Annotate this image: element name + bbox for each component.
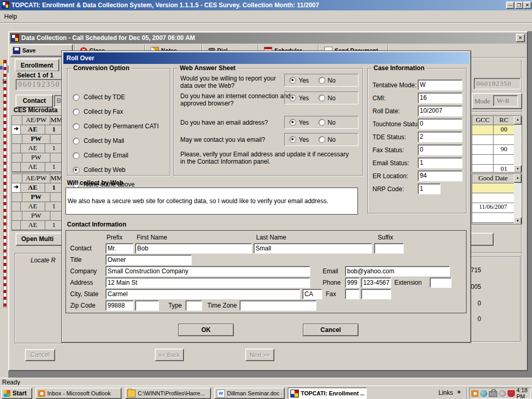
- case-id-field-right[interactable]: 060192350: [474, 78, 521, 89]
- tde-status-field[interactable]: 2: [418, 131, 462, 142]
- state-combo[interactable]: CA: [302, 289, 322, 299]
- table-row[interactable]: PW: [12, 211, 63, 221]
- partial-button-fragment[interactable]: [468, 233, 494, 246]
- radio-collect-by-web[interactable]: Collect by Web: [73, 166, 125, 174]
- radio-collect-by-permanent-cati[interactable]: Collect by Permanent CATI: [73, 123, 159, 130]
- fax-area-field[interactable]: [345, 289, 360, 299]
- tray-volume-icon[interactable]: [499, 390, 506, 397]
- first-name-field[interactable]: Bob: [135, 243, 252, 254]
- chevron-icon[interactable]: »: [457, 388, 461, 395]
- start-button[interactable]: Start: [1, 388, 32, 399]
- radio-yes[interactable]: [289, 119, 296, 126]
- background-letter: S: [2, 78, 6, 85]
- radio-no[interactable]: [318, 119, 325, 126]
- radio-no[interactable]: [318, 77, 325, 84]
- fax-status-field[interactable]: 0: [418, 144, 462, 155]
- tray-lock-icon[interactable]: [489, 391, 497, 397]
- scroll-down-button[interactable]: ▼: [514, 165, 522, 172]
- close-button[interactable]: ✕: [523, 2, 531, 9]
- taskbar-task-folder[interactable]: C:\WINNT\Profiles\Harre...: [125, 388, 211, 399]
- ces-grid-1[interactable]: AE/PW MM ➔ AE 1 PW AE 1 PW AE 1: [11, 115, 63, 172]
- links-toolbar[interactable]: Links: [438, 389, 453, 396]
- scrollbar-track[interactable]: [514, 125, 522, 165]
- dc-close-button[interactable]: ✕: [516, 34, 525, 42]
- good-date-grid[interactable]: Good Date 11/06/2007 ▲ ▼: [472, 174, 522, 224]
- zip-field[interactable]: 99888: [105, 300, 134, 311]
- open-multi-button[interactable]: Open Multi: [16, 233, 63, 246]
- company-field[interactable]: Small Construction Company: [105, 266, 310, 276]
- table-row[interactable]: AE 1: [12, 144, 63, 153]
- phone-number-field[interactable]: 123-4567: [361, 277, 391, 288]
- table-row[interactable]: AE 1: [12, 221, 63, 230]
- scroll-up-button[interactable]: ▲: [514, 174, 522, 183]
- radio-icon[interactable]: [73, 167, 79, 174]
- address-field[interactable]: 12 Main St: [105, 277, 310, 288]
- nrp-code-combo[interactable]: 1: [418, 183, 441, 194]
- table-row[interactable]: PW: [12, 135, 63, 144]
- prefix-field[interactable]: Mr.: [105, 243, 134, 254]
- city-combo[interactable]: Carmel: [105, 289, 300, 299]
- radio-icon[interactable]: [73, 123, 79, 130]
- tentative-mode-field[interactable]: W: [418, 79, 462, 90]
- table-row[interactable]: AE 1: [12, 202, 63, 211]
- touchtone-status-field[interactable]: 0: [418, 118, 462, 129]
- er-location-field[interactable]: 94: [418, 170, 462, 181]
- last-name-field[interactable]: Small: [254, 243, 372, 254]
- fax-number-field[interactable]: [361, 289, 391, 299]
- dc-titlebar: Data Collection - Call Scheduled for Dec…: [10, 33, 526, 44]
- contact-button[interactable]: Contact: [16, 95, 53, 108]
- title-field[interactable]: Owner: [105, 255, 192, 265]
- tray-clock-time[interactable]: 4:18 PM: [516, 387, 530, 399]
- suffix-field[interactable]: [374, 243, 404, 254]
- yes-no-group: Yes No: [284, 133, 358, 146]
- taskbar-task-word[interactable]: Dillman Seminar.doc - Mic...: [214, 388, 285, 399]
- radio-icon[interactable]: [73, 94, 79, 101]
- table-row[interactable]: ➔ AE 1: [12, 125, 63, 135]
- scroll-up-button[interactable]: ▲: [514, 116, 522, 125]
- ok-button[interactable]: OK: [178, 324, 234, 336]
- type-combo[interactable]: [185, 300, 202, 311]
- dialog-cancel-button[interactable]: Cancel: [303, 324, 358, 336]
- radio-icon[interactable]: [73, 109, 79, 115]
- tab-enrollment[interactable]: Enrollment: [15, 59, 59, 71]
- table-row[interactable]: AE 1: [12, 163, 63, 172]
- scroll-down-button[interactable]: ▼: [514, 217, 522, 224]
- ces-grid-2[interactable]: AE/PW MM ➔ AE 1 PW AE 1 PW AE 1: [11, 174, 63, 231]
- gcc-rc-grid[interactable]: GCC RC 00 90 01 ▲ ▼: [472, 115, 522, 172]
- tray-network-icon[interactable]: [480, 390, 487, 397]
- radio-yes[interactable]: [289, 77, 296, 84]
- taskbar-task-topcati[interactable]: TOPCATI: Enrollment ...: [288, 388, 367, 399]
- radio-icon[interactable]: [73, 152, 79, 159]
- cmi-field[interactable]: 16: [418, 92, 462, 103]
- radio-yes[interactable]: [289, 95, 296, 101]
- scrollbar-track[interactable]: [514, 183, 522, 217]
- radio-collect-by-fax[interactable]: Collect by Fax: [73, 108, 123, 115]
- radio-collect-by-tde[interactable]: Collect by TDE: [73, 94, 125, 101]
- table-row[interactable]: ➔ AE 1: [12, 183, 63, 193]
- email-field[interactable]: bob@yahoo.com: [345, 266, 450, 276]
- extension-field[interactable]: [430, 277, 451, 288]
- taskbar-task-outlook[interactable]: Inbox - Microsoft Outlook: [35, 388, 122, 399]
- radio-icon[interactable]: [73, 138, 79, 144]
- tray-clock-icon[interactable]: [471, 390, 478, 397]
- back-button[interactable]: << Back: [155, 349, 184, 361]
- tray-antivirus-icon[interactable]: [508, 390, 515, 397]
- email-status-field[interactable]: 1: [418, 157, 462, 168]
- maximize-button[interactable]: ❐: [515, 2, 523, 9]
- zip4-field[interactable]: [135, 300, 159, 311]
- next-button[interactable]: Next >>: [245, 349, 274, 361]
- time-zone-combo[interactable]: [240, 300, 316, 311]
- table-row[interactable]: PW: [12, 153, 63, 163]
- mode-label: Mode: [474, 97, 490, 105]
- menu-help[interactable]: Help: [4, 13, 17, 20]
- minimize-button[interactable]: —: [506, 2, 514, 9]
- radio-collect-by-email[interactable]: Collect by Email: [73, 152, 128, 159]
- radio-no[interactable]: [318, 136, 325, 143]
- radio-yes[interactable]: [289, 136, 296, 143]
- roll-date-field[interactable]: 10/2007: [418, 105, 462, 116]
- phone-area-field[interactable]: 999: [345, 277, 360, 288]
- radio-no[interactable]: [318, 95, 325, 101]
- radio-collect-by-mail[interactable]: Collect by Mail: [73, 137, 124, 144]
- table-row[interactable]: PW: [12, 193, 63, 202]
- dc-cancel-button[interactable]: Cancel: [25, 349, 55, 361]
